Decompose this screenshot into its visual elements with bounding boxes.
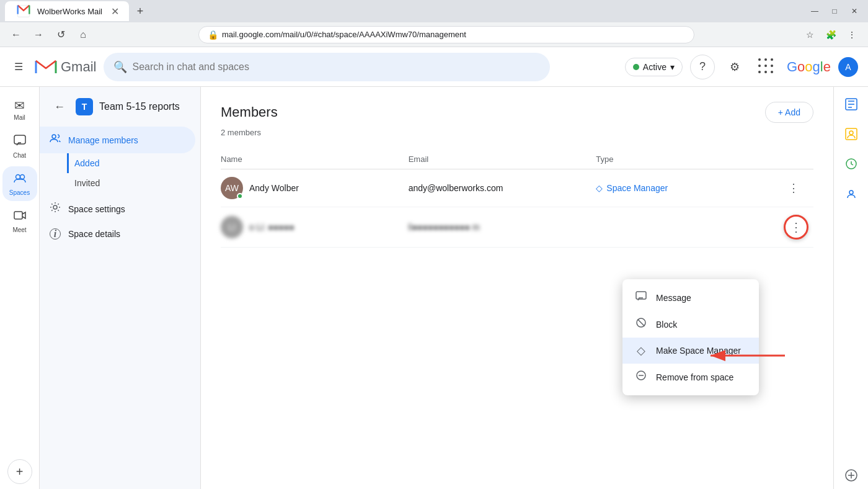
window-close-button[interactable]: ✕ [846, 5, 863, 17]
tab-close-button[interactable]: ✕ [111, 6, 119, 17]
sidebar-sub-added[interactable]: Added [67, 153, 195, 173]
url-bar[interactable]: 🔒 mail.google.com/mail/u/0/#chat/space/A… [198, 26, 694, 43]
make-space-manager-icon: ◇ [635, 344, 647, 357]
block-label: Block [656, 320, 677, 330]
menu-item-message[interactable]: Message [622, 284, 759, 311]
window-maximize-button[interactable]: □ [826, 5, 843, 17]
manage-members-icon [50, 133, 61, 147]
browser-chrome: WolberWorks Mail ✕ + — □ ✕ [0, 0, 868, 22]
sidebar-nav-space-details[interactable]: i Space details [40, 222, 195, 246]
settings-button[interactable]: ⚙ [722, 55, 747, 79]
active-chevron-icon: ▾ [670, 62, 675, 72]
invited-label: Invited [74, 178, 100, 188]
right-panel-btn-1[interactable] [839, 92, 864, 117]
svg-point-3 [20, 175, 24, 179]
member-type-cell: ◇ Space Manager [596, 183, 784, 193]
members-header: Members + Add [221, 102, 813, 123]
hamburger-menu-button[interactable]: ☰ [10, 58, 27, 76]
space-details-icon: i [50, 228, 61, 240]
member-name-text-blurred: o Li: ●●●●● [249, 222, 294, 232]
sidebar-item-chat[interactable]: Chat [2, 129, 37, 164]
app-header: ☰ Gmail 🔍 Active ▾ ? ⚙ [0, 47, 868, 87]
right-panel-btn-3[interactable] [839, 151, 864, 176]
message-icon [635, 290, 647, 305]
sidebar-item-mail[interactable]: ✉ Mail [2, 92, 37, 127]
space-settings-label: Space settings [68, 204, 125, 214]
active-status-button[interactable]: Active ▾ [625, 58, 683, 76]
menu-item-remove-from-space[interactable]: Remove from space [622, 364, 759, 390]
sidebar: ← T Team 5-15 reports Manage members [40, 87, 201, 489]
manage-members-label: Manage members [68, 135, 138, 145]
search-input[interactable] [132, 61, 540, 73]
more-options-button-row2[interactable]: ⋮ [784, 215, 808, 240]
svg-point-14 [849, 131, 853, 135]
table-row: AW Andy Wolber andy@wolberworks.com ◇ Sp… [221, 169, 813, 207]
help-button[interactable]: ? [690, 55, 715, 79]
user-avatar[interactable]: A [838, 57, 858, 77]
added-label: Added [74, 158, 99, 168]
col-type: Type [596, 155, 784, 164]
search-bar[interactable]: 🔍 [104, 53, 550, 81]
lock-icon: 🔒 [208, 30, 218, 40]
add-member-button[interactable]: + Add [765, 102, 813, 123]
right-panel [833, 87, 868, 489]
svg-rect-4 [14, 212, 22, 219]
chrome-menu-icon[interactable]: ⋮ [843, 26, 861, 43]
right-panel-add-button[interactable] [844, 469, 858, 484]
mail-icon: ✉ [14, 98, 25, 113]
sidebar-nav-manage-members[interactable]: Manage members [40, 127, 195, 153]
back-button[interactable]: ← [50, 97, 69, 117]
sidebar-sub-invited[interactable]: Invited [67, 173, 195, 193]
col-email: Email [409, 155, 596, 164]
app-container: ☰ Gmail 🔍 Active ▾ ? ⚙ [0, 47, 868, 489]
member-email-cell: andy@wolberworks.com [409, 183, 596, 193]
meet-icon [13, 209, 27, 225]
more-options-button-row1[interactable]: ⋮ [784, 178, 804, 198]
chat-label: Chat [13, 152, 26, 159]
space-avatar: T [76, 98, 93, 115]
online-indicator [237, 193, 243, 199]
sidebar-header: ← T Team 5-15 reports [40, 97, 200, 127]
meet-label: Meet [12, 227, 26, 233]
context-menu: Message Block ◇ Make Space Manager [622, 279, 759, 395]
reload-button[interactable]: ↺ [52, 26, 69, 43]
browser-tab[interactable]: WolberWorks Mail ✕ [5, 1, 129, 21]
table-row: LI o Li: ●●●●● li●●●●●●●●●●● m ⋮ [221, 207, 813, 248]
sidebar-item-spaces[interactable]: Spaces [2, 166, 37, 201]
add-nav-button[interactable]: + [7, 459, 32, 484]
members-count: 2 members [221, 128, 813, 137]
apps-grid-icon [758, 58, 776, 76]
main-content: Members + Add 2 members Name Email Type … [201, 87, 833, 489]
address-bar: ← → ↺ ⌂ 🔒 mail.google.com/mail/u/0/#chat… [0, 22, 868, 47]
right-panel-btn-2[interactable] [839, 122, 864, 146]
diamond-icon: ◇ [596, 183, 603, 193]
space-settings-icon [50, 202, 61, 216]
sidebar-item-meet[interactable]: Meet [2, 204, 37, 238]
chat-icon [13, 134, 27, 151]
forward-nav-button[interactable]: → [30, 26, 47, 43]
gmail-logo-icon [35, 58, 57, 76]
window-minimize-button[interactable]: — [806, 5, 823, 17]
spaces-icon [13, 171, 27, 188]
active-dot-indicator [633, 64, 639, 70]
member-email-cell-blurred: li●●●●●●●●●●● m [409, 222, 596, 232]
search-icon: 🔍 [113, 60, 127, 74]
active-label: Active [643, 62, 666, 72]
right-panel-btn-4[interactable] [839, 181, 864, 206]
apps-button[interactable] [755, 55, 779, 79]
menu-item-block[interactable]: Block [622, 311, 759, 338]
back-nav-button[interactable]: ← [7, 26, 25, 43]
svg-point-5 [52, 135, 56, 138]
member-name-cell: LI o Li: ●●●●● [221, 216, 409, 238]
home-button[interactable]: ⌂ [74, 26, 92, 43]
col-name: Name [221, 155, 409, 164]
gmail-favicon [15, 2, 32, 20]
new-tab-button[interactable]: + [131, 2, 149, 20]
svg-point-16 [849, 191, 853, 194]
remove-label: Remove from space [656, 372, 733, 382]
member-name-text: Andy Wolber [249, 183, 299, 193]
svg-point-6 [53, 205, 57, 209]
bookmark-icon[interactable]: ☆ [801, 26, 818, 43]
extensions-icon[interactable]: 🧩 [822, 26, 839, 43]
sidebar-nav-space-settings[interactable]: Space settings [40, 195, 195, 222]
